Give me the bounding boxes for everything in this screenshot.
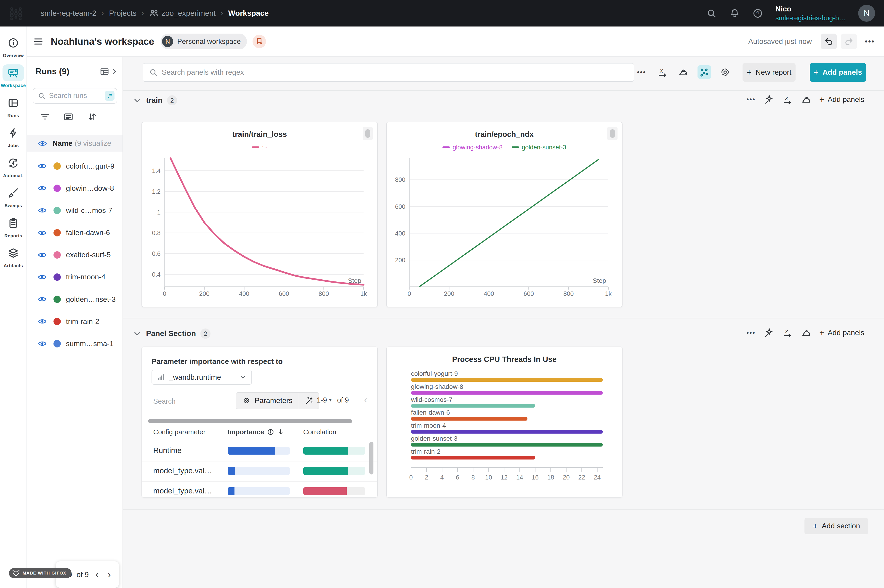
sidebar-item-reports[interactable]: Reports: [0, 215, 27, 238]
avatar[interactable]: N: [858, 5, 875, 22]
smoothing-iron-icon[interactable]: [801, 327, 812, 338]
run-visibility-eye-icon[interactable]: [38, 229, 47, 236]
pager-prev-chevron[interactable]: ‹: [364, 394, 367, 405]
prev-page-chevron[interactable]: ‹: [96, 570, 99, 579]
group-list-icon[interactable]: [63, 111, 74, 122]
panels-overflow-icon[interactable]: •••: [635, 65, 648, 79]
svg-text:x: x: [785, 95, 788, 101]
panel-cpu-threads[interactable]: Process CPU Threads In Use colorful-yogu…: [386, 346, 623, 498]
breadcrumb-page: Workspace: [228, 9, 269, 18]
param-pager[interactable]: 1-9▾ of 9: [317, 396, 349, 404]
run-row[interactable]: colorfu…gurt-9: [27, 155, 122, 177]
sidebar-item-artifacts[interactable]: Artifacts: [0, 244, 27, 268]
run-visibility-eye-icon[interactable]: [38, 251, 47, 259]
runs-name-header[interactable]: Name (9 visualize: [27, 135, 122, 152]
help-icon[interactable]: ?: [752, 8, 763, 19]
param-table-row[interactable]: model_type.val…: [142, 462, 377, 482]
breadcrumb-project[interactable]: zoo_experiment: [162, 9, 216, 18]
sidebar-item-jobs[interactable]: Jobs: [0, 124, 27, 148]
panel-parameter-importance[interactable]: Parameter importance with respect to _wa…: [141, 346, 378, 498]
run-row[interactable]: exalted-surf-5: [27, 244, 122, 266]
run-row[interactable]: trim-moon-4: [27, 266, 122, 288]
panel-epoch-ndx[interactable]: train/epoch_ndx glowing-shadow-8golden-s…: [386, 122, 623, 307]
panel-train-loss[interactable]: train/train_loss : - 0.40.60.811.21.4020…: [141, 122, 378, 307]
chevron-down-icon[interactable]: [133, 329, 141, 338]
run-row[interactable]: glowin…dow-8: [27, 177, 122, 200]
section-header-train[interactable]: train 2: [133, 95, 177, 105]
personal-workspace-badge[interactable]: N Personal workspace: [161, 34, 247, 50]
pin-section-icon[interactable]: [764, 327, 774, 338]
wandb-logo-icon[interactable]: [9, 6, 24, 21]
drag-handle[interactable]: [607, 127, 617, 140]
column-importance[interactable]: Importance: [228, 428, 284, 436]
user-org-link[interactable]: smle-registries-bug-b…: [776, 14, 846, 22]
section-overflow-icon[interactable]: •••: [747, 329, 756, 336]
sidebar-item-sweeps[interactable]: Sweeps: [0, 184, 27, 208]
section-add-panels-button[interactable]: + Add panels: [819, 328, 864, 337]
gifox-badge: MADE WITH GIFOX: [9, 568, 71, 578]
outliers-scatter-icon[interactable]: [698, 65, 711, 79]
runs-table-toggle-icon[interactable]: [99, 66, 110, 76]
run-row[interactable]: fallen-dawn-6: [27, 222, 122, 244]
search-panels-input[interactable]: Search panels with regex: [143, 63, 634, 81]
run-visibility-eye-icon[interactable]: [38, 273, 47, 281]
settings-gear-icon[interactable]: [718, 65, 732, 79]
regex-toggle[interactable]: .*: [105, 91, 115, 101]
user-block[interactable]: Nico smle-registries-bug-b…: [776, 4, 846, 22]
filter-icon[interactable]: [39, 111, 50, 122]
breadcrumb-team[interactable]: smle-reg-team-2: [41, 9, 96, 18]
overflow-menu-icon[interactable]: •••: [865, 37, 875, 46]
x-axis-settings-icon[interactable]: x: [782, 327, 793, 338]
legend-entry[interactable]: : -: [252, 144, 268, 151]
horizontal-scrollbar[interactable]: [148, 419, 352, 423]
sidebar-item-runs[interactable]: Runs: [0, 94, 27, 118]
run-row[interactable]: summ…sma-1: [27, 333, 122, 355]
run-row[interactable]: wild-c…mos-7: [27, 200, 122, 222]
clear-workspace-icon[interactable]: [252, 35, 266, 48]
vertical-scrollbar[interactable]: [369, 442, 373, 474]
sidebar-item-overview[interactable]: Overview: [0, 34, 27, 58]
metric-dropdown[interactable]: _wandb.runtime: [152, 370, 252, 385]
undo-button[interactable]: [821, 34, 837, 50]
run-row[interactable]: golden…nset-3: [27, 288, 122, 310]
legend-entry[interactable]: golden-sunset-3: [512, 144, 566, 151]
next-page-chevron[interactable]: ›: [108, 570, 111, 579]
search-icon[interactable]: [706, 8, 717, 19]
add-panels-button[interactable]: + Add panels: [810, 63, 866, 81]
run-visibility-eye-icon[interactable]: [38, 296, 47, 303]
param-search-placeholder[interactable]: Search: [153, 397, 176, 405]
smoothing-iron-icon[interactable]: [801, 94, 812, 105]
expand-chevron-icon[interactable]: [111, 68, 118, 75]
search-runs-input[interactable]: Search runs .*: [33, 88, 117, 104]
section-header-panel-section[interactable]: Panel Section 2: [133, 328, 210, 339]
run-visibility-eye-icon[interactable]: [38, 207, 47, 214]
param-table-row[interactable]: model_type.val…: [142, 482, 377, 498]
run-visibility-eye-icon[interactable]: [38, 318, 47, 325]
sidebar-item-workspace[interactable]: Workspace: [0, 64, 27, 88]
notifications-bell-icon[interactable]: [729, 8, 740, 19]
breadcrumb-separator: ›: [102, 9, 104, 17]
add-section-button[interactable]: + Add section: [804, 518, 868, 534]
hamburger-menu-icon[interactable]: [33, 36, 44, 47]
sort-icon[interactable]: [87, 111, 98, 122]
smoothing-iron-icon[interactable]: [677, 65, 690, 79]
breadcrumb-projects[interactable]: Projects: [109, 9, 137, 18]
x-axis-settings-icon[interactable]: x: [782, 94, 793, 105]
chevron-down-icon[interactable]: [133, 96, 141, 105]
sidebar-item-automations[interactable]: Automat.: [0, 154, 27, 178]
run-visibility-eye-icon[interactable]: [38, 162, 47, 170]
drag-handle[interactable]: [363, 127, 373, 140]
new-report-button[interactable]: + New report: [743, 63, 795, 81]
parameters-button[interactable]: Parameters: [236, 393, 299, 409]
run-row[interactable]: trim-rain-2: [27, 310, 122, 333]
section-overflow-icon[interactable]: •••: [747, 96, 756, 103]
redo-button[interactable]: [841, 34, 857, 50]
section-add-panels-button[interactable]: + Add panels: [819, 95, 864, 104]
run-visibility-eye-icon[interactable]: [38, 340, 47, 347]
magic-wand-button[interactable]: [299, 393, 319, 409]
legend-entry[interactable]: glowing-shadow-8: [443, 144, 503, 151]
x-axis-settings-icon[interactable]: x: [656, 65, 669, 79]
run-visibility-eye-icon[interactable]: [38, 184, 47, 192]
param-table-row[interactable]: Runtime: [142, 441, 377, 461]
pin-section-icon[interactable]: [764, 94, 774, 105]
